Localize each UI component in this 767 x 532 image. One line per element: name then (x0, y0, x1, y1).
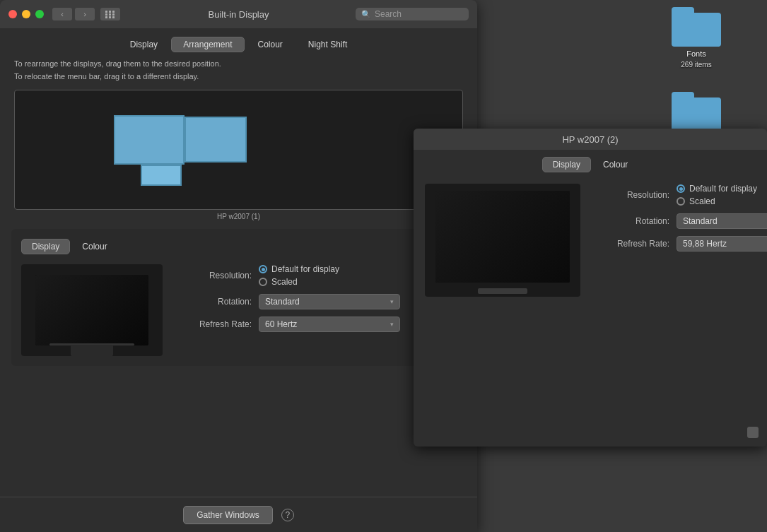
grid-button[interactable] (100, 8, 120, 20)
arrangement-info-line1: To rearrange the displays, drag them to … (14, 58, 463, 71)
secondary-monitor-image (425, 184, 580, 297)
resolution-scaled-label: Scaled (271, 277, 298, 287)
search-icon: 🔍 (361, 10, 371, 19)
folder2[interactable] (672, 92, 721, 131)
sec-refresh-rate-value: 59,88 Hertz (683, 239, 727, 249)
tab-colour[interactable]: Colour (246, 37, 295, 52)
panel-content: Resolution: Default for display Scaled (21, 264, 456, 356)
secondary-screen-inner (435, 191, 570, 283)
sec-radio-default[interactable] (677, 184, 685, 193)
displays-canvas (14, 90, 463, 210)
display-canvas-label: HP w2007 (1) (14, 213, 463, 220)
tab-arrangement[interactable]: Arrangement (171, 37, 244, 52)
grid-icon (105, 11, 115, 18)
sec-resolution-default-label: Default for display (689, 184, 757, 194)
search-input[interactable] (375, 9, 459, 19)
folder-label-fonts: Fonts (686, 49, 706, 58)
sec-resolution-scaled-option[interactable]: Scaled (677, 196, 757, 206)
secondary-screen (435, 191, 570, 283)
secondary-bottom-button[interactable] (747, 427, 759, 438)
sec-tab-colour[interactable]: Colour (592, 157, 638, 172)
secondary-content: Resolution: Default for display Scaled R (414, 177, 767, 304)
refresh-rate-chevron-icon: ▾ (390, 321, 394, 328)
sec-rotation-value: Standard (683, 216, 718, 226)
monitor-image-hp1 (21, 264, 163, 356)
arrangement-info: To rearrange the displays, drag them to … (14, 58, 463, 83)
tab-display[interactable]: Display (118, 37, 170, 52)
panel-tab-colour[interactable]: Colour (71, 239, 117, 254)
resolution-radio-group: Default for display Scaled (259, 264, 339, 287)
sec-refresh-rate-dropdown[interactable]: 59,88 Hertz ▾ (677, 236, 767, 252)
sec-refresh-rate-row: Refresh Rate: 59,88 Hertz ▾ (592, 236, 767, 252)
secondary-window: HP w2007 (2) Display Colour Resolution: (414, 129, 767, 447)
arrangement-pane: To rearrange the displays, drag them to … (0, 58, 477, 220)
main-window: ‹ › Built-in Display 🔍 Display (0, 0, 477, 532)
monitor-stand-hp1 (71, 345, 113, 356)
help-button[interactable]: ? (281, 509, 294, 521)
window-titlebar: ‹ › Built-in Display 🔍 (0, 0, 477, 28)
main-tabs: Display Arrangement Colour Night Shift (0, 28, 477, 58)
rotation-chevron-icon: ▾ (390, 298, 394, 305)
monitor-screen-hp1 (35, 275, 148, 345)
desktop: Fonts 269 items ‹ › (0, 0, 767, 532)
folder-shape-2 (672, 92, 721, 131)
sec-resolution-label: Resolution: (592, 190, 669, 200)
secondary-titlebar: HP w2007 (2) (414, 129, 767, 150)
sec-resolution-scaled-label: Scaled (689, 196, 715, 206)
display-block-right[interactable] (185, 117, 247, 162)
sec-radio-scaled[interactable] (677, 197, 685, 206)
sec-resolution-radio-group: Default for display Scaled (677, 184, 757, 206)
folder-shape-fonts (672, 7, 721, 47)
minimize-button[interactable] (22, 10, 30, 18)
radio-scaled[interactable] (259, 278, 267, 286)
search-bar: 🔍 (356, 8, 469, 20)
resolution-default-label: Default for display (271, 264, 339, 274)
gather-windows-button[interactable]: Gather Windows (183, 506, 273, 524)
forward-icon: › (83, 10, 86, 18)
display-block-mini[interactable] (141, 165, 182, 186)
back-button[interactable]: ‹ (52, 8, 72, 20)
back-icon: ‹ (61, 10, 64, 18)
resolution-default-option[interactable]: Default for display (259, 264, 339, 274)
traffic-lights (8, 10, 44, 18)
resolution-label: Resolution: (174, 271, 252, 280)
rotation-label: Rotation: (174, 297, 252, 307)
refresh-rate-value: 60 Hertz (265, 319, 297, 329)
display-panel-tabs: Display Colour (21, 239, 456, 254)
maximize-button[interactable] (35, 10, 44, 18)
sec-tab-display[interactable]: Display (542, 157, 591, 172)
secondary-monitor-base (478, 288, 527, 294)
folder-sublabel-fonts: 269 items (681, 61, 711, 69)
forward-button[interactable]: › (75, 8, 95, 20)
sec-resolution-row: Resolution: Default for display Scaled (592, 184, 767, 206)
window-title: Built-in Display (209, 9, 269, 20)
refresh-rate-label: Refresh Rate: (174, 319, 252, 329)
secondary-window-title: HP w2007 (2) (562, 134, 618, 145)
rotation-dropdown[interactable]: Standard ▾ (259, 294, 400, 309)
display-block-left[interactable] (114, 115, 185, 165)
sec-rotation-label: Rotation: (592, 216, 669, 226)
display-panel-hp1: Display Colour Resolution: (11, 229, 466, 366)
secondary-tabs: Display Colour (414, 150, 767, 177)
tab-night-shift[interactable]: Night Shift (296, 37, 359, 52)
sec-resolution-default-option[interactable]: Default for display (677, 184, 757, 194)
close-button[interactable] (8, 10, 17, 18)
sec-rotation-dropdown[interactable]: Standard ▾ (677, 213, 767, 229)
sec-rotation-row: Rotation: Standard ▾ (592, 213, 767, 229)
bottom-bar: Gather Windows ? (0, 497, 477, 532)
panel-tab-display[interactable]: Display (21, 239, 70, 254)
sec-refresh-rate-label: Refresh Rate: (592, 239, 669, 249)
resolution-scaled-option[interactable]: Scaled (259, 277, 339, 287)
nav-buttons: ‹ › (52, 8, 95, 20)
arrangement-info-line2: To relocate the menu bar, drag it to a d… (14, 71, 463, 83)
radio-default-for-display[interactable] (259, 265, 267, 273)
secondary-settings: Resolution: Default for display Scaled R (592, 184, 767, 297)
fonts-folder[interactable]: Fonts 269 items (672, 7, 721, 69)
refresh-rate-dropdown[interactable]: 60 Hertz ▾ (259, 317, 400, 332)
rotation-value: Standard (265, 297, 300, 307)
